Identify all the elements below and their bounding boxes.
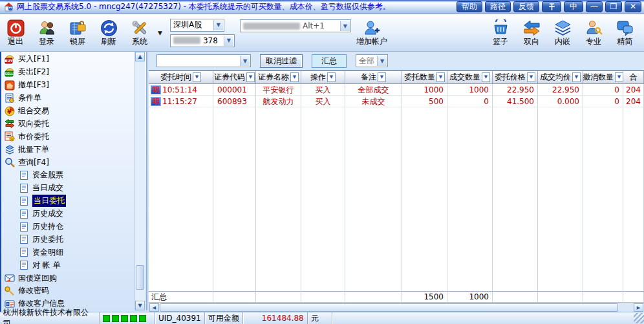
market-select[interactable]: 深圳A股 ▼ <box>170 19 224 32</box>
column-filter-icon[interactable]: ▼ <box>527 72 535 82</box>
sidebar-item-market-order[interactable]: 市价委托 <box>1 130 136 143</box>
feedback-button[interactable]: 反馈 <box>513 1 539 12</box>
column-header-time[interactable]: 委托时间▼ <box>149 71 213 84</box>
search-icon <box>5 157 15 167</box>
sidebar-item-two-way-order[interactable]: 双向委托 <box>1 117 136 130</box>
column-filter-icon[interactable]: ▼ <box>482 72 490 82</box>
sidebar-item-funds-detail[interactable]: 资金明细 <box>1 246 136 259</box>
pro-button[interactable]: 专业 <box>578 14 609 51</box>
report-icon <box>19 183 29 193</box>
minimize-icon: — <box>590 2 598 12</box>
column-filter-icon[interactable]: ▼ <box>246 72 255 82</box>
scroll-left-icon[interactable]: ◀ <box>149 303 159 312</box>
sidebar-item-conditional-order[interactable]: 条件单 <box>1 92 136 105</box>
sidebar-item-history-orders[interactable]: 历史委托 <box>1 233 136 246</box>
two-way-button[interactable]: 双向 <box>516 14 547 51</box>
column-header-op[interactable]: 操作▼ <box>301 71 345 84</box>
column-filter-icon[interactable]: ▼ <box>615 72 623 82</box>
redacted-holder <box>243 23 300 30</box>
sidebar-scrollbar[interactable]: ▲ ▼ <box>134 52 145 310</box>
lock-screen-button[interactable]: 锁屏 <box>62 14 93 51</box>
system-dropdown-arrow[interactable]: ▼ <box>155 30 165 36</box>
account-name-select[interactable]: Alt+1 ▼ <box>240 19 351 32</box>
sidebar-item-today-orders[interactable]: 当日委托 <box>1 195 136 208</box>
detail-badge[interactable]: 明 <box>151 85 161 94</box>
column-header-filled[interactable]: 成交数量▼ <box>447 71 493 84</box>
login-button[interactable]: 登录 <box>31 14 62 51</box>
sidebar-item-history-positions[interactable]: 历史持仓 <box>1 221 136 233</box>
main-panel: ▼ 取消过滤 汇总 全部 ▼ 委托时间▼ 证券代码▼ 证券名称▼ 操作▼ 备注▼… <box>149 52 644 312</box>
column-header-name[interactable]: 证券名称▼ <box>256 71 301 84</box>
column-header-ref[interactable]: 合 <box>623 71 644 84</box>
sidebar: BUY 买入[F1] SELL 卖出[F2] 撤单[F3] 条件单 ¥ 组合交易 <box>1 52 147 310</box>
scroll-right-icon[interactable]: ▶ <box>634 303 643 312</box>
sidebar-item-repo[interactable]: 国债逆回购 <box>1 272 136 285</box>
scroll-down-icon[interactable]: ▼ <box>135 301 145 310</box>
sidebar-item-history-trades[interactable]: 历史成交 <box>1 208 136 221</box>
column-header-qty[interactable]: 委托数量▼ <box>402 71 447 84</box>
summary-row: 汇总 1500 1000 <box>149 291 644 302</box>
sidebar-item-combo-trade[interactable]: ¥ 组合交易 <box>1 105 136 118</box>
svg-text:¥: ¥ <box>7 108 12 114</box>
column-filter-icon[interactable]: ▼ <box>378 72 386 82</box>
horizontal-scroll-thumb[interactable] <box>160 303 618 312</box>
horizontal-scrollbar[interactable]: ◀ ▶ <box>149 302 644 312</box>
refresh-button[interactable]: 刷新 <box>93 14 124 51</box>
column-filter-icon[interactable]: ▼ <box>327 72 336 82</box>
basket-icon <box>492 19 510 37</box>
sidebar-item-batch-order[interactable]: 批量下单 <box>1 143 136 156</box>
sidebar-item-statement[interactable]: 对 帐 单 <box>1 259 136 272</box>
language-button[interactable]: 中 <box>564 1 583 12</box>
sidebar-item-buy[interactable]: BUY 买入[F1] <box>1 53 136 66</box>
filter-combobox[interactable]: ▼ <box>156 54 251 67</box>
orders-table: 委托时间▼ 证券代码▼ 证券名称▼ 操作▼ 备注▼ 委托数量▼ 成交数量▼ 委托… <box>149 70 644 312</box>
title-bar: 网上股票交易系统5.0 - mncg247(47275327) - 本委托系统提… <box>0 0 644 14</box>
column-header-price[interactable]: 委托价格▼ <box>493 71 538 84</box>
account-select[interactable]: 378 ▼ <box>170 34 235 47</box>
scope-select[interactable]: 全部 ▼ <box>356 54 388 67</box>
column-header-avg[interactable]: 成交均价▼ <box>538 71 583 84</box>
column-header-cancelled[interactable]: 撤消数量▼ <box>583 71 623 84</box>
column-filter-icon[interactable]: ▼ <box>290 72 299 82</box>
summary-qty: 1500 <box>402 291 447 302</box>
report-icon <box>19 209 29 219</box>
sidebar-item-funds-stocks[interactable]: 资金股票 <box>1 169 136 182</box>
column-filter-icon[interactable]: ▼ <box>572 72 581 82</box>
status-lamp <box>130 315 137 322</box>
detail-badge[interactable]: 明 <box>151 97 161 106</box>
close-button[interactable]: ✕ <box>625 1 641 12</box>
sidebar-item-sell[interactable]: SELL 卖出[F2] <box>1 66 136 79</box>
lock-icon <box>69 19 87 37</box>
system-button[interactable]: 系统 <box>124 14 155 51</box>
column-filter-icon[interactable]: ▼ <box>193 72 201 82</box>
sidebar-item-cancel-order[interactable]: 撤单[F3] <box>1 79 136 92</box>
maximize-button[interactable]: ❐ <box>605 1 622 12</box>
help-button[interactable]: 帮助 <box>456 1 482 12</box>
sidebar-item-query[interactable]: 查询[F4] <box>1 156 136 169</box>
column-header-note[interactable]: 备注▼ <box>345 71 402 84</box>
column-header-code[interactable]: 证券代码▼ <box>213 71 256 84</box>
sell-icon: SELL <box>5 67 15 78</box>
compact-button[interactable]: 精简 <box>609 14 640 51</box>
sidebar-scroll-thumb[interactable] <box>136 265 144 290</box>
resize-grip[interactable] <box>634 313 644 323</box>
minimize-button[interactable]: — <box>586 1 603 12</box>
table-row[interactable]: 明10:51:14 000001 平安银行 买入 全部成交 1000 1000 … <box>149 84 644 96</box>
summarize-button[interactable]: 汇总 <box>312 54 347 68</box>
path-button[interactable]: 路径 <box>485 1 511 12</box>
table-row[interactable]: 明11:15:27 600893 航发动力 买入 未成交 500 0 41.50… <box>149 96 644 107</box>
basket-button[interactable]: 篮子 <box>485 14 516 51</box>
scroll-up-icon[interactable]: ▲ <box>135 52 145 61</box>
sidebar-item-change-password[interactable]: 修改密码 <box>1 285 136 297</box>
pie-yen-icon: ¥ <box>5 106 15 116</box>
window-title: 网上股票交易系统5.0 - mncg247(47275327) - 本委托系统提… <box>17 1 454 12</box>
column-filter-icon[interactable]: ▼ <box>436 72 445 82</box>
stack-icon <box>5 144 15 155</box>
pin-button[interactable] <box>542 1 561 12</box>
add-account-button[interactable]: 增加帐户 <box>351 14 392 51</box>
filter-input[interactable] <box>160 56 237 66</box>
cancel-filter-button[interactable]: 取消过滤 <box>260 54 303 68</box>
embed-button[interactable]: 内嵌 <box>547 14 578 51</box>
exit-button[interactable]: 退出 <box>0 14 31 51</box>
sidebar-item-today-trades[interactable]: 当日成交 <box>1 182 136 195</box>
